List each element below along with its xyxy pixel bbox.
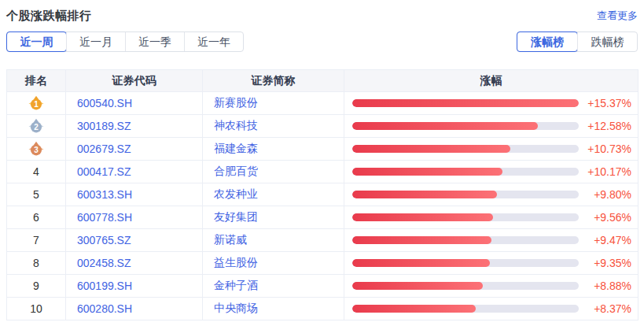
stock-name[interactable]: 福建金森 <box>203 138 344 161</box>
change-bar-track <box>352 236 579 244</box>
change-percent: +8.88% <box>579 280 631 292</box>
col-header-rank: 排名 <box>7 70 66 92</box>
table-row: 3 002679.SZ 福建金森 +10.73% <box>7 138 638 161</box>
table-row: 5 600313.SH 农发种业 +9.80% <box>7 183 638 206</box>
view-more-link[interactable]: 查看更多 <box>597 9 638 23</box>
stock-name[interactable]: 金种子酒 <box>203 275 344 298</box>
change-cell: +15.37% <box>344 92 638 114</box>
change-percent: +8.37% <box>579 302 631 315</box>
svg-text:3: 3 <box>34 146 39 154</box>
rank-cell: 3 <box>7 138 66 161</box>
change-bar-fill <box>352 305 476 313</box>
rank-medal-silver-icon: 2 <box>28 118 44 134</box>
rank-cell: 2 <box>7 115 66 138</box>
change-percent: +12.58% <box>579 120 631 132</box>
ranking-table: 排名 证券代码 证券简称 涨幅 1 600540.SH 新赛股份 <box>6 69 638 320</box>
table-row: 4 000417.SZ 合肥百货 +10.17% <box>7 161 638 183</box>
stock-name[interactable]: 益生股份 <box>203 252 344 275</box>
change-bar-fill <box>352 236 491 244</box>
table-row: 7 300765.SZ 新诺威 +9.47% <box>7 229 638 252</box>
stock-name[interactable]: 新诺威 <box>203 229 344 252</box>
change-bar-fill <box>352 122 538 130</box>
change-bar-track <box>352 305 579 313</box>
change-bar-fill <box>352 282 483 290</box>
change-bar-fill <box>352 99 579 107</box>
change-cell: +10.17% <box>344 161 638 183</box>
change-bar-fill <box>352 145 510 153</box>
tab-period-近一月[interactable]: 近一月 <box>66 32 125 51</box>
change-cell: +12.58% <box>344 115 638 137</box>
rank-number: 10 <box>30 302 42 315</box>
stock-code[interactable]: 600540.SH <box>66 92 203 115</box>
table-row: 8 002458.SZ 益生股份 +9.35% <box>7 252 638 275</box>
toolbar: 近一周近一月近一季近一年 涨幅榜跌幅榜 <box>6 31 638 52</box>
stock-code[interactable]: 300189.SZ <box>66 115 203 138</box>
change-bar-track <box>352 213 579 221</box>
change-percent: +9.80% <box>579 188 631 201</box>
stock-name[interactable]: 农发种业 <box>203 183 344 206</box>
stock-code[interactable]: 600199.SH <box>66 275 203 298</box>
rank-cell: 7 <box>7 229 66 252</box>
rank-number: 8 <box>33 257 39 269</box>
rank-cell: 8 <box>7 252 66 275</box>
rank-number: 4 <box>33 165 39 178</box>
stock-code[interactable]: 002458.SZ <box>66 252 203 275</box>
svg-text:1: 1 <box>34 100 39 109</box>
change-cell: +9.35% <box>344 252 638 274</box>
rank-type-tab-group: 涨幅榜跌幅榜 <box>517 31 638 52</box>
stock-name[interactable]: 合肥百货 <box>203 161 344 183</box>
rank-number: 9 <box>33 280 39 292</box>
stock-code[interactable]: 300765.SZ <box>66 229 203 252</box>
stock-name[interactable]: 中央商场 <box>203 298 344 320</box>
rank-number: 6 <box>33 211 39 224</box>
stock-code[interactable]: 600313.SH <box>66 183 203 206</box>
rank-cell: 5 <box>7 183 66 206</box>
stock-ranking-panel: 个股涨跌幅排行 查看更多 近一周近一月近一季近一年 涨幅榜跌幅榜 排名 证券代码… <box>0 0 644 326</box>
table-header-row: 排名 证券代码 证券简称 涨幅 <box>7 70 638 92</box>
change-percent: +10.73% <box>579 143 631 155</box>
change-percent: +10.17% <box>579 165 631 178</box>
change-bar-track <box>352 145 579 153</box>
tab-period-近一季[interactable]: 近一季 <box>125 32 184 51</box>
change-percent: +9.35% <box>579 257 631 269</box>
table-row: 1 600540.SH 新赛股份 +15.37% <box>7 92 638 115</box>
change-cell: +9.56% <box>344 206 638 228</box>
change-cell: +9.47% <box>344 229 638 251</box>
tab-ranktype-跌幅榜[interactable]: 跌幅榜 <box>577 32 637 51</box>
tab-ranktype-涨幅榜[interactable]: 涨幅榜 <box>517 32 577 51</box>
change-cell: +8.37% <box>344 298 638 320</box>
change-bar-track <box>352 191 579 198</box>
change-cell: +10.73% <box>344 138 638 160</box>
stock-code[interactable]: 000417.SZ <box>66 161 203 183</box>
change-percent: +9.47% <box>579 234 631 246</box>
rank-cell: 10 <box>7 298 66 320</box>
rank-cell: 6 <box>7 206 66 229</box>
change-bar-track <box>352 99 579 107</box>
tab-period-近一年[interactable]: 近一年 <box>184 32 243 51</box>
tab-period-近一周[interactable]: 近一周 <box>7 32 66 51</box>
change-bar-track <box>352 168 579 176</box>
panel-header: 个股涨跌幅排行 查看更多 <box>6 6 638 25</box>
rank-cell: 9 <box>7 275 66 298</box>
table-row: 2 300189.SZ 神农科技 +12.58% <box>7 115 638 138</box>
change-bar-fill <box>352 191 497 198</box>
svg-text:2: 2 <box>34 123 39 132</box>
change-percent: +15.37% <box>579 97 631 109</box>
change-bar-fill <box>352 259 490 267</box>
stock-code[interactable]: 002679.SZ <box>66 138 203 161</box>
change-percent: +9.56% <box>579 211 631 224</box>
change-cell: +8.88% <box>344 275 638 297</box>
stock-name[interactable]: 友好集团 <box>203 206 344 229</box>
stock-code[interactable]: 600280.SH <box>66 298 203 320</box>
change-cell: +9.80% <box>344 183 638 206</box>
stock-code[interactable]: 600778.SH <box>66 206 203 229</box>
rank-number: 7 <box>33 234 39 246</box>
stock-name[interactable]: 新赛股份 <box>203 92 344 115</box>
col-header-name: 证券简称 <box>203 70 344 92</box>
stock-name[interactable]: 神农科技 <box>203 115 344 138</box>
rank-medal-bronze-icon: 3 <box>28 141 44 157</box>
change-bar-track <box>352 259 579 267</box>
change-bar-fill <box>352 213 493 221</box>
table-row: 10 600280.SH 中央商场 +8.37% <box>7 298 638 320</box>
rank-cell: 4 <box>7 161 66 183</box>
